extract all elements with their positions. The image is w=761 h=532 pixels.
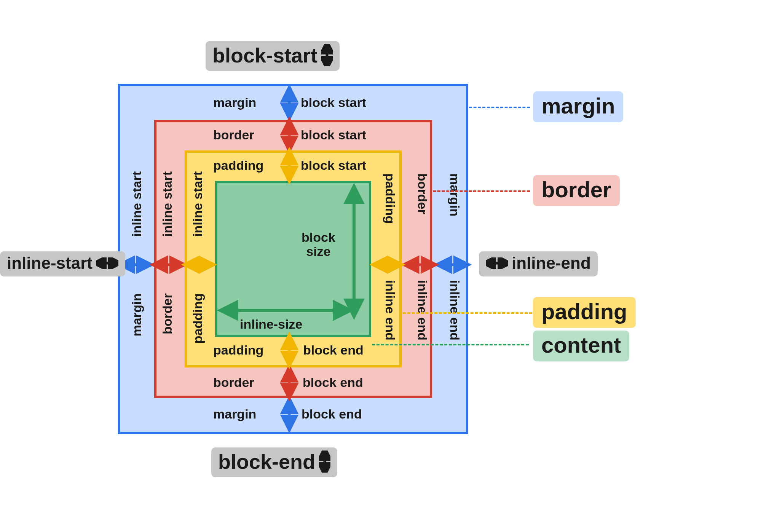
legend-connector-content xyxy=(372,344,529,345)
horizontal-arrow-icon xyxy=(441,259,464,270)
badge-block-end: block-end xyxy=(211,447,337,477)
border-inline-end-top: border xyxy=(415,173,430,214)
padding-inline-start-top: padding xyxy=(190,293,205,343)
horizontal-arrow-icon xyxy=(377,259,398,270)
horizontal-arrow-icon xyxy=(188,259,210,270)
vertical-arrow-icon xyxy=(321,44,333,66)
margin-block-end-right: block end xyxy=(302,407,362,422)
badge-label: block-end xyxy=(218,450,315,473)
legend-connector-border xyxy=(433,190,530,192)
horizontal-arrow-icon xyxy=(225,303,346,318)
padding-inline-start-bottom: inline start xyxy=(190,171,205,237)
border-inline-end-bottom: inline end xyxy=(415,280,430,340)
padding-block-end-right: block end xyxy=(303,343,364,358)
border-block-end-right: block end xyxy=(303,375,363,390)
padding-block-start-right: block start xyxy=(301,158,366,173)
padding-block-start-left: padding xyxy=(213,158,263,173)
vertical-arrow-icon xyxy=(284,154,295,177)
legend-connector-margin xyxy=(469,107,530,108)
vertical-arrow-icon xyxy=(319,451,330,473)
legend-connector-padding xyxy=(403,312,532,314)
badge-label: inline-end xyxy=(512,254,591,273)
border-inline-start-top: border xyxy=(160,293,175,334)
border-block-end-left: border xyxy=(213,375,254,390)
vertical-arrow-icon xyxy=(284,91,295,114)
badge-block-start: block-start xyxy=(206,41,340,71)
vertical-arrow-icon xyxy=(284,339,295,362)
horizontal-arrow-icon xyxy=(96,257,118,269)
padding-block-end-left: padding xyxy=(213,343,263,358)
padding-inline-end-top: padding xyxy=(383,173,397,224)
legend-border: border xyxy=(533,175,620,206)
content-inline-size-label: inline-size xyxy=(240,317,302,332)
badge-inline-end: inline-end xyxy=(479,251,598,276)
horizontal-arrow-icon xyxy=(124,259,147,270)
horizontal-arrow-icon xyxy=(408,259,432,270)
margin-inline-start-bottom: inline start xyxy=(129,171,144,237)
horizontal-arrow-icon xyxy=(486,257,508,269)
content-block-size-label: block size xyxy=(302,230,335,259)
vertical-arrow-icon xyxy=(346,190,362,312)
border-block-start-right: block start xyxy=(301,128,366,142)
badge-label: block-start xyxy=(212,43,317,67)
diagram-root: margin block start margin block end marg… xyxy=(0,0,761,532)
padding-inline-end-bottom: inline end xyxy=(383,280,397,340)
badge-inline-start: inline-start xyxy=(0,251,125,276)
margin-inline-start-top: margin xyxy=(129,293,144,336)
margin-inline-end-bottom: inline end xyxy=(447,280,462,340)
vertical-arrow-icon xyxy=(284,371,295,394)
legend-content: content xyxy=(533,331,629,361)
badge-label: inline-start xyxy=(7,254,93,273)
horizontal-arrow-icon xyxy=(157,259,180,270)
legend-margin: margin xyxy=(533,91,623,122)
margin-block-start-left: margin xyxy=(213,95,256,110)
margin-inline-end-top: margin xyxy=(447,173,462,216)
margin-block-start-right: block start xyxy=(301,95,366,110)
vertical-arrow-icon xyxy=(284,124,295,147)
margin-block-end-left: margin xyxy=(213,407,256,422)
vertical-arrow-icon xyxy=(284,403,295,426)
legend-padding: padding xyxy=(533,297,636,328)
border-block-start-left: border xyxy=(213,128,254,142)
border-inline-start-bottom: inline start xyxy=(160,171,175,237)
